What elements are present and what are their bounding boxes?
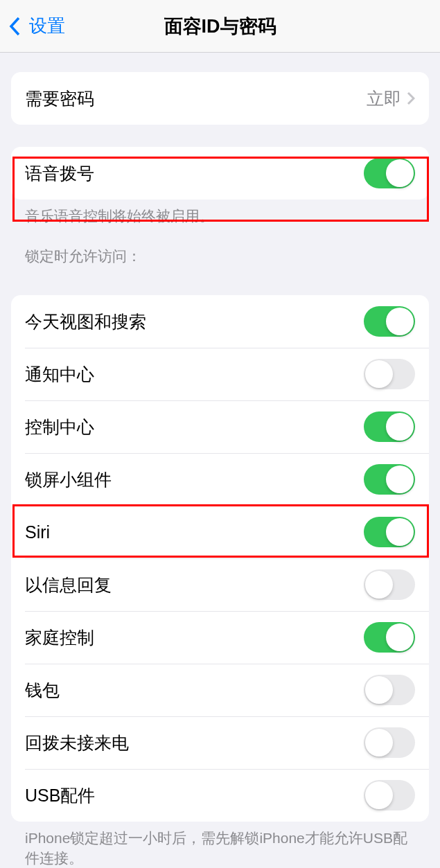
list-item: 控制中心 — [11, 400, 429, 453]
list-item: Siri — [11, 506, 429, 558]
row-label: 控制中心 — [25, 416, 94, 439]
row-label: 以信息回复 — [25, 574, 112, 596]
toggle-knob — [365, 360, 393, 388]
toggle-knob — [365, 781, 393, 809]
row-label: 通知中心 — [25, 363, 94, 386]
usb-footer: iPhone锁定超过一小时后，需先解锁iPhone才能允许USB配件连接。 — [0, 822, 440, 868]
toggle[interactable] — [364, 569, 415, 600]
toggle[interactable] — [364, 411, 415, 442]
voice-dial-toggle[interactable] — [364, 158, 415, 188]
toggle-knob — [365, 676, 393, 704]
row-label: Siri — [25, 522, 50, 542]
row-require-passcode[interactable]: 需要密码 立即 — [11, 72, 429, 125]
list-item: 通知中心 — [11, 348, 429, 400]
chevron-left-icon — [8, 16, 21, 37]
row-label: 回拨未接来电 — [25, 732, 129, 754]
toggle[interactable] — [364, 359, 415, 389]
row-label: 语音拨号 — [25, 162, 94, 185]
toggle[interactable] — [364, 517, 415, 547]
toggle-knob — [386, 413, 414, 441]
group-require-passcode: 需要密码 立即 — [11, 72, 429, 125]
toggle[interactable] — [364, 675, 415, 705]
row-voice-dial: 语音拨号 — [11, 147, 429, 200]
toggle-knob — [386, 466, 414, 493]
group-lockscreen-access: 今天视图和搜索通知中心控制中心锁屏小组件Siri以信息回复家庭控制钱包回拨未接来… — [11, 295, 429, 822]
row-label: 锁屏小组件 — [25, 468, 112, 491]
section-header-lockscreen: 锁定时允许访问： — [0, 226, 440, 273]
list-item: 以信息回复 — [11, 558, 429, 611]
list-item: 今天视图和搜索 — [11, 295, 429, 348]
chevron-right-icon — [407, 91, 415, 105]
list-item: USB配件 — [11, 769, 429, 822]
toggle[interactable] — [364, 780, 415, 811]
toggle-knob — [386, 308, 414, 335]
toggle-knob — [386, 623, 414, 651]
row-label: USB配件 — [25, 784, 95, 807]
group-voice-dial: 语音拨号 — [11, 147, 429, 200]
row-value: 立即 — [367, 87, 415, 110]
list-item: 回拨未接来电 — [11, 716, 429, 769]
toggle[interactable] — [364, 306, 415, 337]
toggle-knob — [386, 159, 414, 187]
list-item: 锁屏小组件 — [11, 453, 429, 506]
row-label: 钱包 — [25, 679, 60, 702]
toggle-knob — [386, 518, 414, 546]
row-label: 家庭控制 — [25, 626, 94, 649]
list-item: 钱包 — [11, 664, 429, 716]
nav-header: 设置 面容ID与密码 — [0, 0, 440, 53]
row-label: 今天视图和搜索 — [25, 310, 146, 333]
back-button[interactable]: 设置 — [0, 0, 65, 52]
toggle[interactable] — [364, 622, 415, 653]
toggle-knob — [365, 571, 393, 599]
toggle[interactable] — [364, 727, 415, 758]
toggle[interactable] — [364, 464, 415, 495]
voice-dial-footer: 音乐语音控制将始终被启用。 — [0, 200, 440, 226]
toggle-knob — [365, 729, 393, 756]
page-title: 面容ID与密码 — [0, 14, 440, 39]
row-label: 需要密码 — [25, 87, 94, 110]
value-text: 立即 — [367, 87, 401, 110]
list-item: 家庭控制 — [11, 611, 429, 664]
back-label: 设置 — [29, 14, 65, 38]
